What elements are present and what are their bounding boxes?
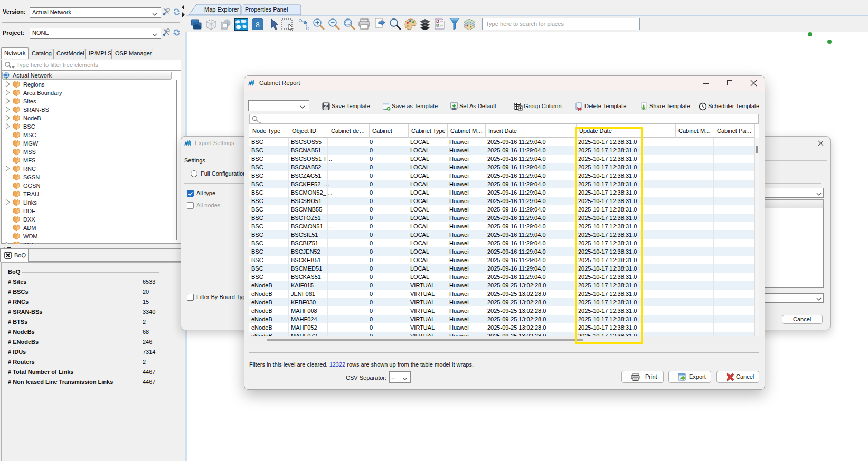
svg-text:8: 8 [256, 21, 260, 29]
